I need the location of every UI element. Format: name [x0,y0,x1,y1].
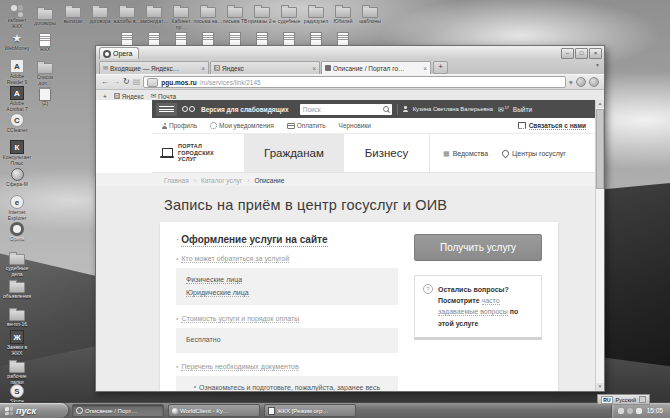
maximize-button[interactable]: □ [575,48,588,59]
nav-pay[interactable]: Оплатить [287,122,326,129]
folder-icon [37,9,53,20]
nav-notifications[interactable]: Мои уведомления [210,122,274,129]
search-icon[interactable] [383,106,389,112]
tab-close-icon[interactable]: × [423,65,427,72]
panels-button[interactable]: ▤ [133,78,141,86]
desktop-icon[interactable]: (2) [30,86,60,107]
back-button[interactable]: ← [101,78,109,86]
folder-icon [119,7,135,18]
bookmark-item[interactable]: Я Яндекс [114,93,144,100]
desktop-icon[interactable]: e Internet Explorer [2,195,32,222]
browser-tab[interactable]: ✉ Входящие — Яндекс… × [99,61,209,74]
desktop-icon[interactable]: шаблоны [355,3,385,25]
desktop-icon[interactable]: A Adobe Acrobat 7 [2,86,32,113]
link-departments[interactable]: ▦Ведомства [443,150,488,157]
notifications-icon[interactable]: ✉17 [498,106,504,113]
main-nav: ПОРТАЛ ГОРОДСКИХ УСЛУГ Гражданам Бизнесу… [152,134,596,173]
language-bar-button[interactable] [639,396,646,403]
tray-network-icon[interactable] [636,408,642,414]
tab-close-icon[interactable]: × [312,65,316,72]
breadcrumb-home[interactable]: Главная [164,177,189,184]
scroll-up-icon[interactable]: ▲ [596,100,604,108]
hamburger-menu-icon[interactable] [156,103,177,116]
faq-question[interactable]: •Стоимость услуги и порядок оплаты [176,315,398,322]
faq-question[interactable]: •Кто может обратиться за услугой [176,255,398,262]
app-icon: К [10,140,24,154]
desktop-icon[interactable]: Opera [2,222,32,242]
taskbar-task[interactable]: Описание / Порт… [72,404,164,417]
desktop-icon[interactable]: договора [85,3,115,25]
desktop-icon[interactable]: судебные дела [2,250,32,278]
desktop-icon[interactable]: A Adobe Reader 9 [2,59,32,86]
start-button[interactable]: пуск [0,403,68,418]
scrollbar[interactable]: ▲ ▼ [595,100,604,391]
search-input[interactable]: Поиск [300,104,392,115]
contact-link[interactable]: Связаться с нами [518,122,586,130]
faq-question[interactable]: •Перечень необходимых документов [176,363,398,370]
scroll-down-icon[interactable]: ▼ [596,383,604,391]
site-logo[interactable]: ПОРТАЛ ГОРОДСКИХ УСЛУГ [152,134,244,172]
tab-citizens[interactable]: Гражданам [244,134,344,172]
window-titlebar[interactable]: Opera – □ × [96,46,604,59]
forward-button[interactable]: → [112,78,120,86]
url-field[interactable]: pgu.mos.ru/ru/services/link/2145 [143,76,566,88]
security-badge-icon[interactable] [147,78,158,87]
accessibility-link[interactable]: Версия для слабовидящих [201,106,289,113]
get-service-button[interactable]: Получить услугу [414,234,542,261]
language-code[interactable]: RU [601,396,612,404]
tray-shield-icon[interactable] [618,408,624,414]
extension-icon[interactable] [589,77,599,87]
section-title[interactable]: ·Оформление услуги на сайте [176,234,398,245]
link-service-centers[interactable]: Центры госуслуг [502,150,566,157]
answer-link[interactable]: Физические лица [186,276,242,284]
breadcrumb-catalog[interactable]: Каталог услуг [201,177,242,184]
user-name[interactable]: Кузина Светлана Валерьевна [413,106,493,112]
bookmark-heart-icon[interactable]: ♥ [569,79,573,86]
taskbar-task[interactable]: WorldClient - Ку… [168,404,260,417]
desktop-icon[interactable]: К Консультант Плюс [2,140,32,167]
desktop-icon[interactable]: рабочие папки [2,358,32,386]
desktop-icon[interactable]: жалобы в… [112,3,142,25]
desktop-icon[interactable]: C CCleaner [2,113,32,134]
desktop-icon[interactable]: Юбилей [328,3,358,25]
extension-icon[interactable] [576,77,586,87]
minimize-button[interactable]: – [561,48,574,59]
desktop-icon[interactable]: кабинет ЖКХ [2,5,32,30]
desktop-icon[interactable]: письма ТВ [220,3,250,25]
language-bar[interactable]: RU Русский [597,394,650,405]
taskbar-task[interactable]: ЖКХ [Режим огр… [264,404,356,417]
desktop-icon[interactable]: выписки [58,3,88,25]
nav-drafts[interactable]: Черновики [339,122,371,129]
desktop-icon[interactable]: Сфера-М [2,168,32,188]
desktop-icon[interactable]: ★ WebMoney [2,32,32,52]
new-tab-button[interactable]: + [433,61,448,74]
desktop-icon[interactable]: законодат… [139,3,169,25]
desktop-icon[interactable]: объявления [2,278,32,300]
scrollbar-thumb[interactable] [596,109,604,189]
browser-tab-active[interactable]: Описание / Портал го… × [321,61,431,74]
nav-profile[interactable]: Профиль [162,122,197,129]
close-button[interactable]: × [589,48,602,59]
desktop-icon[interactable]: Кабинет пр… [166,3,196,31]
logout-link[interactable]: Выйти [513,106,532,113]
desktop-icon[interactable]: Ж Заявки в ЖКХ [2,330,32,357]
opera-menu-button[interactable]: Opera [99,47,139,59]
browser-tab[interactable]: Я Яндекс × [210,61,320,74]
tray-volume-icon[interactable] [627,408,633,414]
desktop-icon[interactable]: приказы 2-е [247,3,277,25]
desktop-icon[interactable]: судебные [274,3,304,25]
answer-link[interactable]: Юридические лица [186,289,249,297]
tab-business[interactable]: Бизнесу [344,134,429,172]
tab-menu-icon[interactable]: ▼ [595,62,600,68]
bookmark-item[interactable]: ✉ Почта [151,92,177,100]
desktop-icon[interactable]: радиоузел [301,3,331,25]
desktop-icon[interactable]: ЖКХ [30,32,60,53]
desktop-icon[interactable]: вн-пл-16 [2,306,32,328]
add-bookmark-icon[interactable]: + [103,93,107,100]
notification-count: 17 [504,104,508,111]
reload-button[interactable]: ↻ [123,78,130,86]
desktop-icon[interactable]: письма на… [193,3,223,25]
desktop-icon[interactable]: Список дол… [30,59,60,87]
desktop-icon[interactable]: договоры [30,5,60,27]
tab-close-icon[interactable]: × [201,65,205,72]
